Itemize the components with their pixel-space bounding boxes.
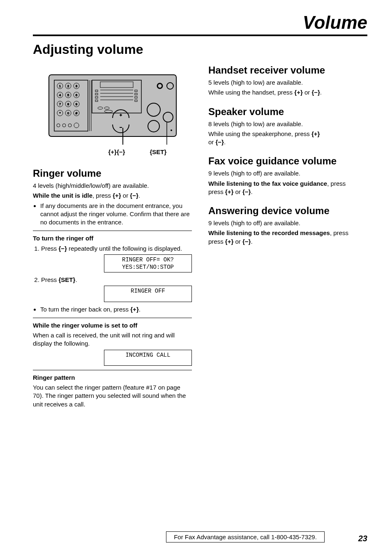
- adjusting-volume-heading: Adjusting volume: [33, 42, 367, 57]
- ans-line1: 9 levels (high to off) are available.: [208, 219, 367, 227]
- svg-text:1: 1: [59, 84, 61, 88]
- ringer-pattern-heading: Ringer pattern: [33, 374, 192, 382]
- minus-key-6: {−}: [242, 238, 251, 245]
- device-illustration: 1 2 3 4 5 6 7 8 9 * 0 #: [33, 73, 192, 155]
- svg-text:9: 9: [75, 102, 77, 106]
- plus-key-3: {+}: [294, 89, 302, 96]
- minus-key-2: {−}: [59, 245, 67, 252]
- right-column: Handset receiver volume 5 levels (high t…: [208, 65, 367, 410]
- speaker-line1: 8 levels (high to low) are available.: [208, 120, 367, 128]
- plus-key-5: {+}: [225, 188, 233, 195]
- speaker-line2: While using the speakerphone, press {+} …: [208, 130, 367, 147]
- minus-key: {−}: [130, 192, 138, 199]
- fax-line2: While listening to the fax voice guidanc…: [208, 180, 367, 196]
- plus-key-6: {+}: [225, 238, 233, 245]
- lcd-display-3: INCOMING CALL: [104, 350, 192, 366]
- svg-text:*: *: [59, 111, 60, 115]
- ringer-note: If any documents are in the document ent…: [40, 202, 192, 227]
- plus-key-4: {+}: [311, 130, 320, 137]
- ans-line2: While listening to the recorded messages…: [208, 229, 367, 246]
- device-button-labels: {+}{−} {SET}: [47, 148, 178, 155]
- svg-text:5: 5: [67, 93, 69, 97]
- speaker-heading: Speaker volume: [208, 106, 367, 118]
- set-label: {SET}: [150, 148, 166, 155]
- ringer-pattern-para: You can select the ringer pattern (featu…: [33, 383, 192, 409]
- page-number: 23: [358, 534, 367, 543]
- svg-text:3: 3: [75, 84, 77, 88]
- handset-line1: 5 levels (high to low) are available.: [208, 78, 367, 87]
- ringer-off-steps: Press {−} repeatedly until the following…: [33, 245, 192, 302]
- fax-line1: 9 levels (high to off) are available.: [208, 169, 367, 178]
- step-2: Press {SET}. RINGER OFF: [41, 276, 192, 302]
- handset-line2: While using the handset, press {+} or {−…: [208, 88, 367, 97]
- fax-heading: Fax voice guidance volume: [208, 155, 367, 167]
- set-key: {SET}: [59, 276, 76, 283]
- ans-heading: Answering device volume: [208, 205, 367, 217]
- handset-section: Handset receiver volume 5 levels (high t…: [208, 65, 367, 97]
- top-rule: [33, 35, 367, 36]
- plus-key-2: {+}: [130, 306, 138, 313]
- minus-key-3: {−}: [311, 89, 320, 96]
- plus-key: {+}: [113, 192, 121, 199]
- svg-text:2: 2: [67, 84, 69, 88]
- volume-title: Volume: [33, 12, 367, 33]
- svg-text:4: 4: [59, 93, 61, 97]
- ringer-volume-heading: Ringer volume: [33, 168, 192, 179]
- fax-machine-svg: 1 2 3 4 5 6 7 8 9 * 0 #: [47, 73, 178, 147]
- svg-text:8: 8: [67, 102, 69, 106]
- svg-text:7: 7: [59, 102, 61, 106]
- svg-text:#: #: [75, 111, 77, 115]
- lcd-display-1: RINGER OFF= OK? YES:SET/NO:STOP: [104, 254, 192, 272]
- minus-key-4: {−}: [216, 138, 224, 145]
- ringer-levels-text: 4 levels (high/middle/low/off) are avail…: [33, 182, 192, 190]
- divider-1: [33, 231, 192, 231]
- while-idle: While the unit is idle: [33, 192, 92, 199]
- svg-text:0: 0: [67, 111, 69, 115]
- plus-minus-label: {+}{−}: [108, 148, 125, 155]
- footer-box: For Fax Advantage assistance, call 1-800…: [166, 531, 325, 542]
- step-1: Press {−} repeatedly until the following…: [41, 245, 192, 273]
- svg-text:6: 6: [75, 93, 77, 97]
- footer: For Fax Advantage assistance, call 1-800…: [0, 531, 392, 542]
- speaker-section: Speaker volume 8 levels (high to low) ar…: [208, 106, 367, 147]
- ans-section: Answering device volume 9 levels (high t…: [208, 205, 367, 246]
- ringer-note-list: If any documents are in the document ent…: [33, 202, 192, 227]
- ringer-idle-text: While the unit is idle, press {+} or {−}…: [33, 192, 192, 200]
- columns: 1 2 3 4 5 6 7 8 9 * 0 #: [33, 65, 367, 410]
- minus-key-5: {−}: [242, 188, 251, 195]
- svg-point-57: [171, 129, 172, 131]
- while-off-para: When a call is received, the unit will n…: [33, 331, 192, 348]
- divider-3: [33, 370, 192, 370]
- page: Volume Adjusting volume 1 2 3 4 5: [0, 0, 392, 554]
- fax-section: Fax voice guidance volume 9 levels (high…: [208, 155, 367, 196]
- ringer-back-on-list: To turn the ringer back on, press {+}.: [33, 305, 192, 314]
- lcd-display-2: RINGER OFF: [104, 286, 192, 302]
- divider-2: [33, 318, 192, 318]
- left-column: 1 2 3 4 5 6 7 8 9 * 0 #: [33, 65, 192, 410]
- handset-heading: Handset receiver volume: [208, 65, 367, 76]
- while-off-heading: While the ringer volume is set to off: [33, 321, 192, 330]
- turn-ringer-off-heading: To turn the ringer off: [33, 234, 192, 242]
- ringer-back-on: To turn the ringer back on, press {+}.: [40, 305, 192, 314]
